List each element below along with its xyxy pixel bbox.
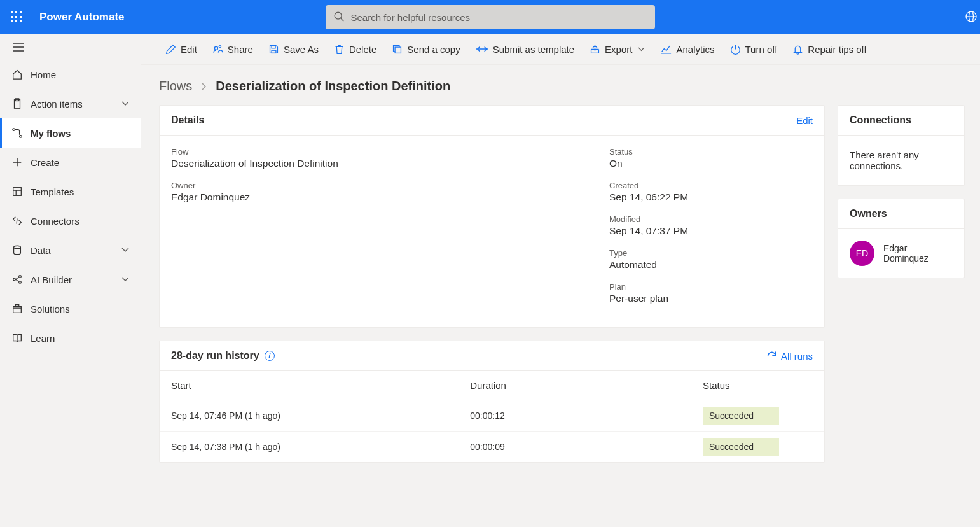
svg-rect-31 — [395, 47, 401, 53]
repair-label: Repair tips off — [808, 44, 866, 55]
svg-point-25 — [19, 281, 22, 284]
data-icon — [11, 244, 31, 256]
power-icon — [730, 44, 741, 55]
home-icon — [11, 69, 31, 80]
top-bar: Power Automate — [0, 0, 980, 34]
breadcrumb-root[interactable]: Flows — [159, 79, 192, 94]
run-history-title: 28-day run history — [171, 350, 259, 362]
sidebar-item-home[interactable]: Home — [0, 60, 141, 89]
save-as-button[interactable]: Save As — [262, 40, 325, 59]
runs-table: Start Duration Status Sep 14, 07:46 PM (… — [160, 371, 824, 462]
table-row[interactable]: Sep 14, 07:46 PM (1 h ago)00:00:12Succee… — [160, 400, 824, 432]
chevron-down-icon — [121, 101, 141, 106]
sidebar-item-label: AI Builder — [31, 274, 121, 285]
details-edit-link[interactable]: Edit — [796, 115, 813, 126]
sidebar-item-data[interactable]: Data — [0, 235, 141, 265]
owners-title: Owners — [850, 208, 887, 220]
created-label: Created — [609, 181, 813, 190]
table-row[interactable]: Sep 14, 07:38 PM (1 h ago)00:00:09Succee… — [160, 432, 824, 463]
export-icon — [590, 44, 600, 55]
sidebar-item-label: Solutions — [31, 304, 141, 314]
svg-rect-2 — [20, 11, 22, 13]
clipboard-icon — [11, 98, 31, 109]
avatar: ED — [850, 241, 874, 266]
svg-rect-7 — [15, 20, 17, 22]
sidebar-item-my-flows[interactable]: My flows — [0, 118, 141, 148]
connections-title: Connections — [850, 115, 911, 126]
export-button[interactable]: Export — [583, 40, 651, 59]
export-label: Export — [605, 44, 632, 55]
sidebar-item-solutions[interactable]: Solutions — [0, 294, 141, 323]
submit-template-label: Submit as template — [493, 44, 574, 55]
save-as-label: Save As — [284, 44, 319, 55]
svg-rect-0 — [11, 11, 13, 13]
search-icon — [333, 11, 345, 22]
delete-button[interactable]: Delete — [328, 40, 383, 59]
trash-icon — [334, 44, 345, 55]
repair-tips-button[interactable]: Repair tips off — [786, 40, 873, 59]
sidebar-item-label: Connectors — [31, 216, 141, 227]
svg-rect-29 — [272, 46, 275, 48]
share-icon — [212, 44, 223, 55]
all-runs-label: All runs — [781, 351, 813, 362]
details-card: Details Edit FlowDeserialization of Insp… — [159, 105, 825, 328]
sidebar-item-create[interactable]: Create — [0, 148, 141, 177]
globe-icon[interactable] — [965, 10, 977, 23]
turn-off-button[interactable]: Turn off — [724, 40, 784, 59]
col-status[interactable]: Status — [691, 371, 824, 400]
sidebar-item-label: Data — [31, 245, 121, 256]
info-icon[interactable]: i — [265, 351, 275, 361]
plan-value: Per-user plan — [609, 293, 813, 304]
analytics-button[interactable]: Analytics — [654, 40, 721, 59]
brand-title: Power Automate — [39, 11, 125, 24]
col-start[interactable]: Start — [160, 371, 459, 400]
owner-label: Owner — [171, 181, 584, 190]
copy-icon — [392, 44, 403, 55]
analytics-icon — [660, 44, 672, 55]
edit-button[interactable]: Edit — [159, 40, 204, 59]
col-duration[interactable]: Duration — [459, 371, 691, 400]
plan-label: Plan — [609, 282, 813, 292]
sidebar-item-ai-builder[interactable]: AI Builder — [0, 265, 141, 294]
save-icon — [268, 44, 279, 55]
svg-rect-30 — [272, 50, 276, 53]
app-launcher-button[interactable] — [5, 6, 28, 29]
plus-icon — [11, 157, 31, 168]
connector-icon — [11, 215, 31, 227]
svg-line-10 — [340, 18, 343, 22]
svg-point-23 — [13, 278, 16, 281]
submit-template-button[interactable]: Submit as template — [469, 40, 581, 59]
status-label: Status — [609, 147, 813, 157]
all-runs-link[interactable]: All runs — [766, 351, 813, 362]
status-value: On — [609, 158, 813, 169]
svg-rect-26 — [13, 306, 22, 313]
search-container — [326, 5, 655, 29]
svg-point-27 — [214, 46, 217, 50]
send-copy-button[interactable]: Send a copy — [385, 40, 466, 59]
share-button[interactable]: Share — [206, 40, 259, 59]
ai-icon — [11, 274, 31, 285]
svg-rect-21 — [13, 188, 22, 196]
command-bar: Edit Share Save As Delete Send a copy Su… — [141, 34, 980, 65]
svg-rect-5 — [20, 16, 22, 18]
sidebar-item-templates[interactable]: Templates — [0, 177, 141, 206]
share-label: Share — [228, 44, 253, 55]
owner-row[interactable]: ED Edgar Dominquez — [838, 229, 964, 278]
chevron-down-icon — [121, 277, 141, 282]
sidebar-item-connectors[interactable]: Connectors — [0, 206, 141, 235]
search-input[interactable] — [326, 5, 655, 29]
chevron-down-icon — [121, 248, 141, 253]
svg-point-19 — [13, 129, 15, 131]
sidebar-item-action-items[interactable]: Action items — [0, 89, 141, 118]
type-label: Type — [609, 248, 813, 258]
templates-icon — [11, 186, 31, 197]
sidebar-item-learn[interactable]: Learn — [0, 323, 141, 353]
send-copy-label: Send a copy — [407, 44, 460, 55]
breadcrumb: Flows Deserialization of Inspection Defi… — [141, 65, 980, 105]
hamburger-button[interactable] — [0, 34, 141, 60]
connections-card: Connections There aren't any connections… — [838, 105, 965, 186]
sidebar-item-label: Home — [31, 69, 141, 80]
breadcrumb-current: Deserialization of Inspection Definition — [216, 79, 450, 94]
flow-value: Deserialization of Inspection Definition — [171, 158, 584, 169]
learn-icon — [11, 332, 31, 344]
